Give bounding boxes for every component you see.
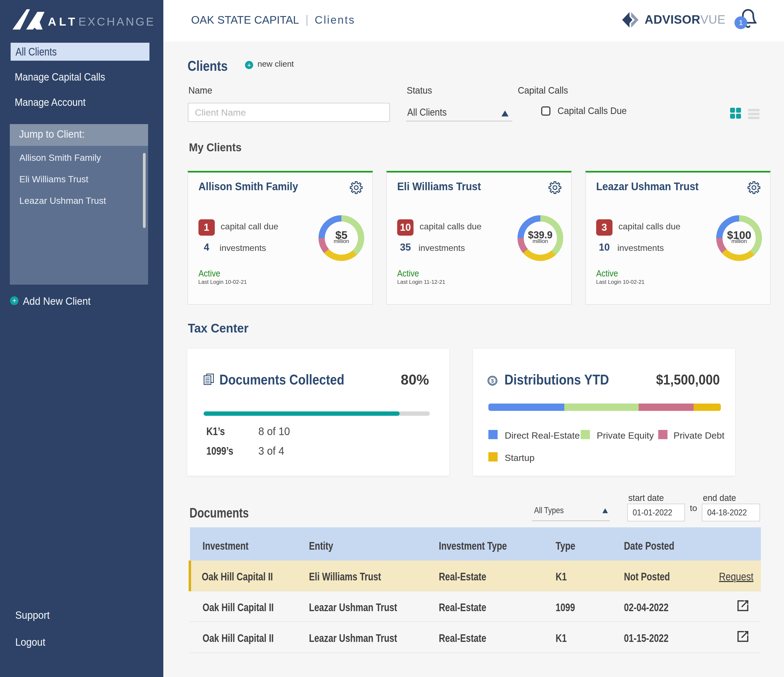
svg-text:EXCHANGE: EXCHANGE xyxy=(78,15,154,28)
svg-text:ALT: ALT xyxy=(48,15,78,28)
svg-text:$: $ xyxy=(491,378,494,384)
